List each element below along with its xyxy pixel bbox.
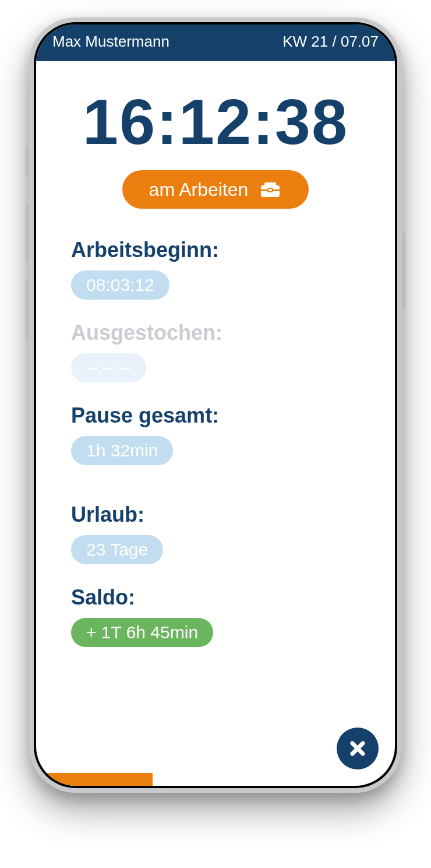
work-status-pill[interactable]: am Arbeiten [122,170,309,209]
current-time: 16:12:38 [71,85,360,159]
toolbox-icon [259,179,282,200]
progress-strip [36,773,153,786]
close-icon [347,738,368,759]
vacation-label: Urlaub: [71,502,360,527]
work-status-label: am Arbeiten [149,179,249,201]
vacation-value: 23 Tage [71,535,163,564]
pause-total-value: 1h 32min [71,436,173,465]
app-screen: Max Mustermann KW 21 / 07.07 16:12:38 am… [36,24,395,786]
hardware-button [26,280,29,338]
phone-frame: Max Mustermann KW 21 / 07.07 16:12:38 am… [29,17,402,793]
hardware-button [26,146,29,175]
main-content: 16:12:38 am Arbeiten Arbeitsbeginn: 0 [36,61,395,786]
clock-out-value: --:--:-- [71,353,146,382]
date-label: KW 21 / 07.07 [282,33,379,51]
work-start-value: 08:03:12 [71,270,169,300]
header-bar: Max Mustermann KW 21 / 07.07 [36,24,395,61]
balance-label: Saldo: [71,585,360,610]
clock-out-label: Ausgestochen: [71,321,360,345]
close-button[interactable] [337,728,379,769]
svg-rect-2 [268,188,273,192]
hardware-button [26,204,29,262]
work-start-label: Arbeitsbeginn: [71,238,360,262]
pause-total-label: Pause gesamt: [71,403,360,428]
hardware-button [402,233,405,309]
balance-value: + 1T 6h 45min [71,618,213,647]
user-name: Max Mustermann [52,33,169,51]
